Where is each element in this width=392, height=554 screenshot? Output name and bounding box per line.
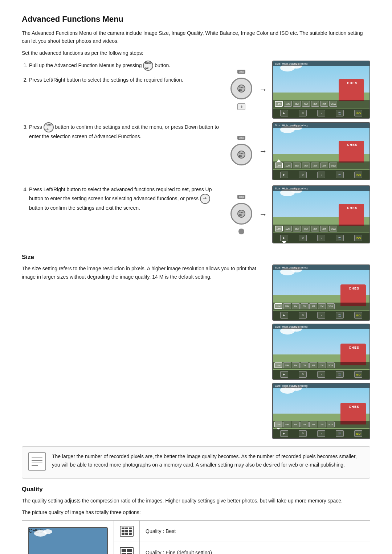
cam-icon-sc4: 5M: [301, 422, 309, 427]
func-ok-button-1: funcok: [143, 61, 153, 71]
cam-icons-row-4: 14M 10M 8M 5M 3M 2M VGA: [273, 225, 369, 233]
arrow-1: →: [259, 85, 267, 94]
cam-icon-sa2: 10M: [283, 303, 291, 309]
cam-icon-sel-3: 14M: [275, 163, 283, 168]
step-2: Press Left/Right button to select the se…: [29, 76, 221, 84]
cam-bottom-4e: ISO: [354, 235, 362, 241]
cam-icon-4g: VGA: [329, 226, 337, 231]
cam-menu-3: Size: High quality printing: [273, 123, 369, 128]
cam-btm-sc1: ▶: [280, 430, 288, 437]
cam-icon-sc3: 8M: [292, 422, 300, 427]
note-icon: [28, 452, 46, 471]
tri-up-3: [277, 159, 281, 162]
cam-icon-4: 5M: [302, 101, 310, 107]
step-1: Pull up the Advanced Function Menus by p…: [29, 61, 221, 71]
ctrl-cross-3: funcok: [229, 142, 254, 167]
cam-btm-sc2: ⚙: [299, 430, 307, 437]
cam-icon-4e: 3M: [311, 226, 319, 231]
q-dot: [125, 533, 128, 534]
cloud-q2: [43, 529, 52, 534]
cam-icon-3e: 3M: [311, 163, 319, 168]
cam-bottom-4d: 📷: [336, 235, 344, 241]
cam-menu-sb: Size: High quality printing: [273, 324, 369, 329]
q-dot: [129, 530, 132, 532]
step-3-visual: disp funcok → CHES Size: High quality pr…: [229, 122, 370, 180]
cam-icon-selected-1: 14M: [275, 101, 283, 107]
steps-list-3: Press funcok button to confirm the setti…: [22, 122, 221, 140]
steps-intro: Set the advanced functions as per the fo…: [22, 49, 370, 57]
cam-icon-wrapper-4: 14M: [275, 226, 283, 231]
cam-icon-sa6: 2M: [318, 303, 326, 309]
cam-icon-wrapper-3: 14M: [275, 163, 283, 168]
cam-bottom-4: ▶ ⚙ ♪ 📷 ISO: [273, 233, 369, 243]
cam-menu-sc: Size: High quality printing: [273, 383, 369, 388]
cam-btm-sb4: 📷: [336, 371, 344, 378]
note-box: The larger the number of recorded pixels…: [22, 446, 370, 479]
cam-icons-sa: 14M 10M 8M 5M 3M 2M VGA: [273, 303, 369, 310]
cam-screen-4: CHES Size: High quality printing 14M 10M…: [272, 185, 370, 243]
dot-btn-4: [238, 229, 244, 234]
subject-label-4: CHES: [347, 206, 358, 210]
q-dot-f2: [127, 549, 132, 552]
step-4: Press Left/Right button to select the ad…: [29, 185, 221, 212]
ctrl-cross-4: funcok: [229, 201, 254, 226]
cam-icon-4d: 5M: [302, 226, 310, 231]
cam-btm-sb5: ISO: [354, 371, 362, 378]
cam-icon-sc2: 10M: [283, 422, 291, 427]
quality-icon-fine: [114, 542, 140, 554]
cam-icon-sc-wrapper: 14M: [274, 422, 282, 427]
q-icon-fine: [120, 547, 134, 554]
steps-1-2-section: Pull up the Advanced Function Menus by p…: [22, 61, 370, 119]
cam-icon-sc1: 14M: [274, 422, 282, 427]
step-1-visual: disp funcok 🗑 → CHES Size: High quality …: [229, 61, 370, 119]
controller-4: disp funcok: [229, 195, 254, 234]
cam-bottom-3a: ▶: [280, 172, 288, 178]
q-dot: [129, 528, 132, 529]
cam-icon-7: VGA: [329, 101, 337, 107]
arrow-4: →: [259, 210, 267, 219]
controller-1: disp funcok 🗑: [229, 70, 254, 110]
size-label-sc: Size: High quality printing: [275, 384, 307, 387]
arrow-3: →: [259, 147, 267, 156]
cam-btm-sc5: ISO: [354, 430, 362, 437]
steps-list-4: Press Left/Right button to select the ad…: [22, 185, 221, 212]
cam-icon-6: 2M: [320, 101, 328, 107]
step-3-text: Press funcok button to confirm the setti…: [22, 122, 221, 180]
cam-bottom-icon-2: ⚙: [299, 110, 307, 116]
cam-icon-3b: 10M: [284, 163, 292, 168]
func-ok-button-4: ok: [200, 194, 210, 204]
cam-bottom-3e: ISO: [354, 172, 362, 178]
cam-bottom-4c: ♪: [317, 235, 325, 241]
subject-label-3: CHES: [347, 143, 358, 147]
cam-icon-sb1: 14M: [274, 362, 282, 368]
subject-label-1: CHES: [347, 81, 358, 85]
trash-icon-1: 🗑: [237, 103, 245, 110]
quality-heading: Quality: [22, 486, 370, 493]
size-cam-screen-a: CHES Size: High quality printing 14M 10M…: [272, 264, 370, 321]
size-label-sb: Size: High quality printing: [275, 325, 307, 328]
size-section: The size setting refers to the image res…: [22, 264, 370, 439]
cam-bottom-3b: ⚙: [299, 172, 307, 178]
cam-screen-1: CHES Size: High quality printing 14M 10M…: [272, 61, 370, 119]
q-dot: [122, 530, 124, 532]
size-label-1: Size: High quality printing: [275, 62, 307, 65]
q-dot: [125, 528, 128, 529]
cam-btm-sb1: ▶: [280, 371, 288, 378]
note-text: The larger the number of recorded pixels…: [52, 452, 364, 469]
note-line-2: [32, 460, 42, 461]
cam-icon-sb4: 5M: [301, 362, 309, 368]
func-ok-button-3: funcok: [44, 122, 54, 132]
cam-icon-sa7: VGA: [327, 303, 335, 309]
q-icon-best: [120, 526, 134, 537]
quality-label-best: Quality : Best: [140, 520, 370, 542]
subject-1: CHES: [339, 79, 364, 101]
quality-cam-screen: CHES Quality: Fine ■ ■■ ▪ ▶ ⚙: [28, 527, 108, 554]
cam-icon-sc6: 2M: [318, 422, 326, 427]
cam-bottom-4b: ⚙: [299, 235, 307, 241]
cam-icon-4f: 2M: [320, 226, 328, 231]
step-4-section: Press Left/Right button to select the ad…: [22, 185, 370, 243]
cam-btm-sa3: ♪: [317, 312, 325, 319]
cam-icon-sc7: VGA: [327, 422, 335, 427]
cam-bottom-sb: ▶ ⚙ ♪ 📷 ISO: [273, 370, 369, 379]
cam-menu-sa: Size: High quality printing: [273, 265, 369, 270]
